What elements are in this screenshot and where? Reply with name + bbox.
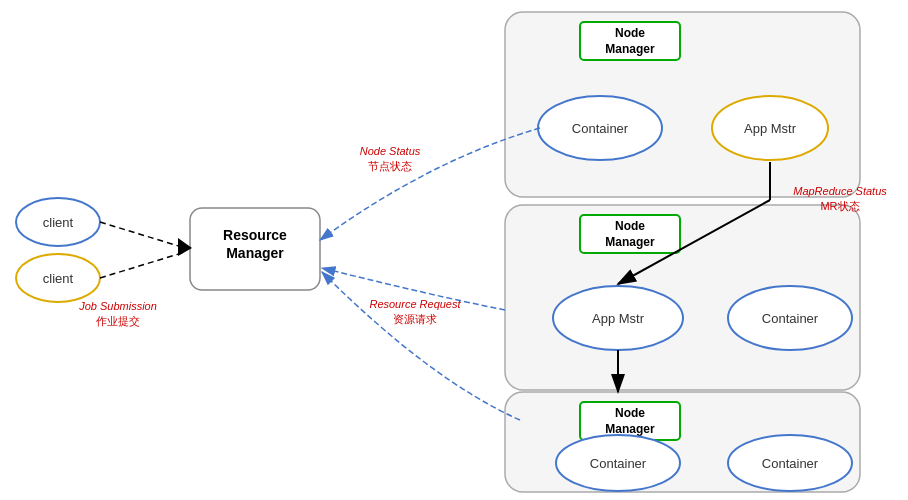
node-manager-2-label2: Manager — [605, 235, 655, 249]
node-manager-3-label: Node — [615, 406, 645, 420]
resource-manager-label2: Manager — [226, 245, 284, 261]
node1-appmstr-label: App Mstr — [744, 121, 797, 136]
diagram-container: Node Manager Container App Mstr Node Man… — [0, 0, 908, 500]
node-status-label: Node Status — [360, 145, 421, 157]
mapreduce-status-cn: MR状态 — [820, 200, 859, 212]
node3-container2-label: Container — [762, 456, 819, 471]
node-manager-1-label2: Manager — [605, 42, 655, 56]
resource-request-label: Resource Request — [369, 298, 461, 310]
node2-container-label: Container — [762, 311, 819, 326]
client1-label: client — [43, 215, 74, 230]
resource-manager-label1: Resource — [223, 227, 287, 243]
resource-request-cn: 资源请求 — [393, 313, 437, 325]
node1-container-label: Container — [572, 121, 629, 136]
architecture-diagram: Node Manager Container App Mstr Node Man… — [0, 0, 908, 500]
node-status-cn: 节点状态 — [368, 160, 412, 172]
node-manager-2-label: Node — [615, 219, 645, 233]
mapreduce-status-label: MapReduce Status — [793, 185, 887, 197]
client2-label: client — [43, 271, 74, 286]
node-manager-1-label: Node — [615, 26, 645, 40]
node2-appmstr-label: App Mstr — [592, 311, 645, 326]
node3-container1-label: Container — [590, 456, 647, 471]
job-submission-label: Job Submission — [78, 300, 157, 312]
node-manager-3-label2: Manager — [605, 422, 655, 436]
client1-to-rm-line — [100, 222, 185, 248]
client2-to-rm-line — [100, 252, 185, 278]
node3-to-rm-line — [322, 272, 520, 420]
job-submission-cn: 作业提交 — [95, 315, 140, 327]
